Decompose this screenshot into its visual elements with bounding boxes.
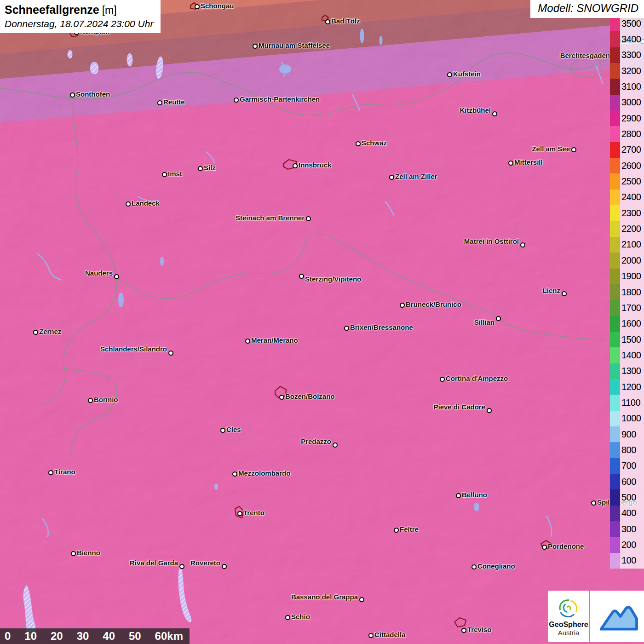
- legend-value: 2200: [620, 224, 641, 234]
- legend-swatch: [610, 205, 620, 221]
- legend-row: 2800: [610, 126, 644, 142]
- legend-value: 300: [620, 524, 636, 535]
- city-dot: [162, 172, 167, 177]
- city-dot: [542, 545, 547, 550]
- city-label: Mezzolombardo: [238, 469, 290, 477]
- city-label: Zell am See: [532, 145, 570, 153]
- legend-value: 2600: [620, 161, 641, 171]
- legend-swatch: [610, 553, 620, 569]
- map-canvas: SchongauBad TölzKemptenMurnau am Staffel…: [0, 0, 644, 644]
- city-dot: [496, 316, 501, 321]
- legend-swatch: [610, 474, 620, 489]
- geosphere-brand-text: GeoSphere: [549, 621, 588, 629]
- legend-swatch: [610, 142, 620, 158]
- city-layer: SchongauBad TölzKemptenMurnau am Staffel…: [0, 0, 644, 644]
- city-label: Cles: [226, 426, 241, 433]
- legend-swatch: [610, 126, 620, 142]
- city-label: Imst: [168, 170, 182, 178]
- legend-swatch: [610, 395, 620, 410]
- geosphere-spiral-icon: [556, 597, 581, 621]
- legend-value: 3300: [620, 50, 641, 60]
- legend-swatch: [610, 253, 620, 268]
- city-dot: [440, 377, 445, 382]
- city-dot: [179, 564, 184, 569]
- city-label: Nauders: [85, 269, 113, 277]
- city-label: Brixen/Bressanone: [350, 323, 413, 331]
- legend-value: 2900: [620, 113, 641, 124]
- legend-swatch: [610, 237, 620, 253]
- city-dot: [48, 470, 53, 475]
- legend-row: 1100: [610, 395, 644, 410]
- city-dot: [356, 141, 361, 146]
- legend-swatch: [610, 363, 620, 379]
- city-dot: [394, 528, 399, 533]
- city-label: Tirano: [54, 468, 75, 476]
- logo-area: GeoSphere Austria: [548, 591, 644, 642]
- legend-value: 2100: [620, 239, 641, 250]
- legend-value: 1600: [620, 318, 641, 329]
- city-dot: [279, 395, 284, 400]
- legend-value: 1700: [620, 303, 641, 313]
- legend-row: 1800: [610, 284, 644, 300]
- city-label: Sillian: [474, 318, 494, 326]
- legend-value: 2400: [620, 192, 641, 202]
- city-dot: [299, 274, 304, 279]
- city-label: Zell am Ziller: [395, 172, 437, 180]
- city-dot: [492, 111, 497, 116]
- legend-row: 1700: [610, 300, 644, 316]
- city-label: Belluno: [462, 491, 487, 499]
- city-dot: [461, 628, 466, 633]
- geosphere-country-text: Austria: [558, 629, 580, 637]
- city-dot: [157, 100, 162, 105]
- legend-row: 3300: [610, 47, 644, 63]
- city-dot: [325, 19, 330, 24]
- city-label: Bassano del Grappa: [291, 593, 358, 601]
- legend-value: 1300: [620, 366, 641, 376]
- city-dot: [400, 303, 405, 308]
- city-label: Predazzo: [301, 437, 331, 445]
- city-label: Lienz: [543, 287, 560, 294]
- city-label: Conegliano: [477, 562, 515, 570]
- legend-row: 700: [610, 458, 644, 474]
- legend-value: 2000: [620, 255, 641, 266]
- legend-value: 2700: [620, 144, 641, 155]
- city-dot: [88, 398, 93, 403]
- legend-swatch: [610, 347, 620, 363]
- city-dot: [368, 633, 374, 638]
- legend-row: 300: [610, 521, 644, 537]
- city-dot: [71, 551, 76, 556]
- legend-swatch: [610, 221, 620, 236]
- legend-row: 2000: [610, 253, 644, 268]
- legend-swatch: [610, 158, 620, 173]
- city-label: Schio: [291, 613, 310, 621]
- scale-tick-label: 30: [77, 630, 89, 643]
- legend-value: 2800: [620, 129, 641, 139]
- city-dot: [70, 92, 75, 98]
- legend-swatch: [610, 95, 620, 110]
- legend-row: 900: [610, 426, 644, 442]
- city-dot: [237, 511, 242, 516]
- legend-row: 3200: [610, 63, 644, 79]
- scale-tick-label: 50: [129, 630, 141, 643]
- city-label: Garmisch-Partenkirchen: [240, 95, 320, 103]
- legend-swatch: [610, 79, 620, 94]
- legend-value: 1100: [620, 397, 640, 408]
- city-label: Matrei in Osttirol: [464, 237, 519, 245]
- legend-swatch: [610, 379, 620, 395]
- legend-swatch: [610, 269, 620, 284]
- city-dot: [195, 4, 200, 9]
- legend-swatch: [610, 31, 620, 47]
- legend-swatch: [610, 332, 620, 347]
- legend-row: 2200: [610, 221, 644, 236]
- city-dot: [114, 274, 119, 279]
- scale-tick-label: 20: [51, 630, 63, 643]
- city-dot: [447, 72, 452, 77]
- legend-swatch: [610, 173, 620, 189]
- legend-row: 1500: [610, 332, 644, 347]
- legend-row: 3000: [610, 95, 644, 110]
- legend-row: 600: [610, 474, 644, 489]
- city-label: Sterzing/Vipiteno: [305, 275, 361, 283]
- legend-row: 2600: [610, 158, 644, 173]
- city-label: Schwaz: [362, 139, 387, 147]
- city-label: Rovereto: [190, 559, 220, 567]
